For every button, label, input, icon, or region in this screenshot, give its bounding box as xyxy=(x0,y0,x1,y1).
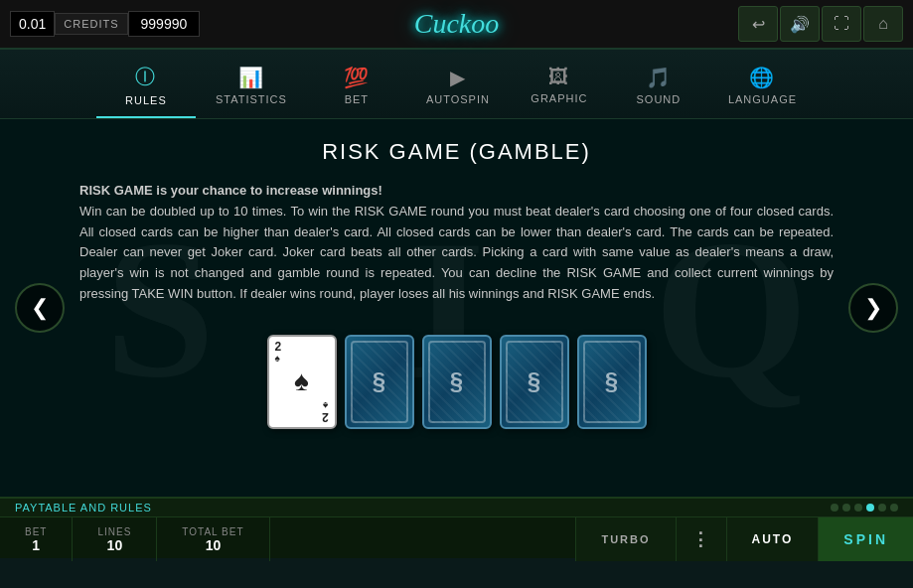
card-suit-top: ♠ xyxy=(275,353,280,364)
tab-graphic-label: GRAPHIC xyxy=(531,92,587,104)
credits-section: 0.01 CREDITS 999990 xyxy=(10,11,200,37)
card-back-symbol-3: § xyxy=(528,368,540,395)
bottom-bar: PAYTABLE AND RULES BET 1 LINES 10 TOTAL … xyxy=(0,497,913,558)
lines-stat: LINES 10 xyxy=(73,517,157,561)
dot-6 xyxy=(890,504,898,512)
tab-graphic[interactable]: 🖼 GRAPHIC xyxy=(510,60,609,116)
nav-tabs: ⓘ RULES 📊 STATISTICS 💯 BET ▶ AUTOSPIN 🖼 … xyxy=(0,50,913,119)
graphic-icon: 🖼 xyxy=(548,66,569,88)
dot-2 xyxy=(842,504,850,512)
tab-statistics[interactable]: 📊 STATISTICS xyxy=(196,60,307,117)
lines-value: 10 xyxy=(107,537,123,553)
card-rank-bottom: 2 xyxy=(322,411,329,423)
tab-statistics-label: STATISTICS xyxy=(216,93,287,105)
bet-display: 0.01 xyxy=(10,11,55,37)
lines-label: LINES xyxy=(97,526,131,537)
home-button[interactable]: ⌂ xyxy=(863,6,903,42)
bet-icon: 💯 xyxy=(344,66,370,89)
dealer-card: 2 ♠ ♠ 2 ♠ xyxy=(267,335,337,429)
language-icon: 🌐 xyxy=(749,66,775,89)
card-center-suit: ♠ xyxy=(294,366,309,397)
card-back-symbol: § xyxy=(373,368,385,395)
card-back-symbol-4: § xyxy=(605,368,618,395)
dot-3 xyxy=(854,504,862,512)
credits-label: CREDITS xyxy=(55,13,127,35)
sound-button[interactable]: 🔊 xyxy=(780,6,820,42)
prev-arrow[interactable]: ❮ xyxy=(15,283,65,333)
section-text: RISK GAME is your chance to increase win… xyxy=(79,181,834,305)
card-rank-top: 2 xyxy=(275,341,282,353)
card-suit-bottom: ♠ xyxy=(323,400,328,411)
card-back-symbol-2: § xyxy=(450,368,463,395)
content-area: RISK GAME (GAMBLE) RISK GAME is your cha… xyxy=(0,119,913,325)
back-button[interactable]: ↩ xyxy=(738,6,778,42)
section-title: RISK GAME (GAMBLE) xyxy=(79,139,834,165)
tab-sound[interactable]: 🎵 SOUND xyxy=(609,60,708,117)
tab-rules-label: RULES xyxy=(125,94,167,106)
player-card-1[interactable]: § xyxy=(345,335,414,429)
bet-stat: BET 1 xyxy=(0,517,73,561)
dot-1 xyxy=(831,504,838,512)
autospin-icon: ▶ xyxy=(450,66,466,89)
player-card-2[interactable]: § xyxy=(422,335,492,429)
bottom-spacer xyxy=(270,517,576,561)
dot-4 xyxy=(866,504,874,512)
tab-language-label: LANGUAGE xyxy=(728,93,797,105)
game-title: Cuckoo xyxy=(414,8,500,40)
tab-autospin-label: AUTOSPIN xyxy=(426,93,490,105)
statistics-icon: 📊 xyxy=(238,66,264,89)
credits-value: 999990 xyxy=(128,11,201,37)
top-bar: 0.01 CREDITS 999990 Cuckoo ↩ 🔊 ⛶ ⌂ xyxy=(0,0,913,50)
tab-language[interactable]: 🌐 LANGUAGE xyxy=(708,60,817,117)
player-card-3[interactable]: § xyxy=(500,335,569,429)
auto-button[interactable]: AUTO xyxy=(726,517,819,561)
next-arrow[interactable]: ❯ xyxy=(848,283,898,333)
spin-button[interactable]: SPIN xyxy=(818,517,913,561)
sound-icon: 🎵 xyxy=(646,66,672,89)
paytable-label: PAYTABLE AND RULES xyxy=(15,502,152,514)
total-bet-label: TOTAL BET xyxy=(182,526,243,537)
tab-autospin[interactable]: ▶ AUTOSPIN xyxy=(406,60,510,117)
dots-indicator xyxy=(831,504,898,512)
tab-sound-label: SOUND xyxy=(637,93,682,105)
player-card-4[interactable]: § xyxy=(577,335,647,429)
tab-bet[interactable]: 💯 BET xyxy=(307,60,406,117)
bottom-controls: BET 1 LINES 10 TOTAL BET 10 TURBO ⋮ AUTO… xyxy=(0,517,913,561)
rules-icon: ⓘ xyxy=(135,64,156,90)
tab-bet-label: BET xyxy=(345,93,369,105)
bet-value-display: 1 xyxy=(32,537,40,553)
main-content: S J Q ❮ ❯ RISK GAME (GAMBLE) RISK GAME i… xyxy=(0,119,913,497)
bet-label: BET xyxy=(25,526,47,537)
total-bet-value: 10 xyxy=(206,537,222,553)
dot-5 xyxy=(878,504,886,512)
turbo-button[interactable]: TURBO xyxy=(575,517,675,561)
paytable-header: PAYTABLE AND RULES xyxy=(0,499,913,517)
cards-area: 2 ♠ ♠ 2 ♠ § § § § xyxy=(0,325,913,449)
top-controls: ↩ 🔊 ⛶ ⌂ xyxy=(738,6,903,42)
total-bet-stat: TOTAL BET 10 xyxy=(157,517,269,561)
menu-dots-button[interactable]: ⋮ xyxy=(676,517,726,561)
fullscreen-button[interactable]: ⛶ xyxy=(822,6,861,42)
tab-rules[interactable]: ⓘ RULES xyxy=(96,58,196,118)
